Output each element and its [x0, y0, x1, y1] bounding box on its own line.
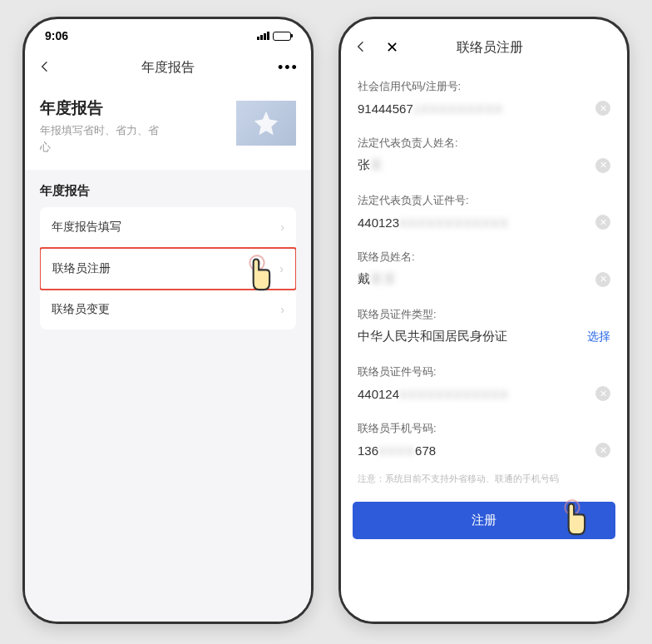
chevron-right-icon: ›: [280, 220, 284, 234]
field-credit-code: 社会信用代码/注册号: 914445671XXXXXXXXX ✕: [341, 69, 627, 126]
row-report-fill[interactable]: 年度报告填写 ›: [40, 207, 296, 248]
battery-icon: [273, 32, 291, 41]
clear-icon[interactable]: ✕: [595, 272, 610, 287]
field-label: 法定代表负责人姓名:: [358, 136, 610, 151]
button-label: 注册: [472, 513, 496, 527]
svg-point-2: [565, 500, 579, 514]
clear-icon[interactable]: ✕: [595, 215, 610, 230]
field-value[interactable]: 中华人民共和国居民身份证 选择: [358, 329, 610, 344]
chevron-right-icon: ›: [280, 303, 284, 316]
row-label: 年度报告填写: [52, 220, 121, 235]
select-link[interactable]: 选择: [587, 329, 610, 344]
svg-point-1: [254, 259, 261, 266]
svg-point-3: [569, 503, 576, 511]
hero-image: [236, 101, 296, 146]
nav-bar: 年度报告 •••: [25, 49, 311, 86]
field-value[interactable]: 440124XXXXXXXXXXXX ✕: [358, 386, 610, 401]
clear-icon[interactable]: ✕: [595, 386, 610, 401]
star-icon: [252, 109, 280, 137]
register-button[interactable]: 注册: [353, 502, 615, 539]
form-note: 注意：系统目前不支持外省移动、联通的手机号码: [341, 468, 627, 495]
row-contact-register[interactable]: 联络员注册 ›: [40, 247, 296, 290]
row-label: 联络员注册: [52, 261, 111, 276]
row-contact-change[interactable]: 联络员变更 ›: [40, 290, 296, 329]
svg-point-0: [249, 255, 264, 270]
field-legal-name: 法定代表负责人姓名: 张某 ✕: [341, 126, 627, 183]
field-label: 联络员证件类型:: [358, 307, 610, 322]
section-annual-report: 年度报告 年度报告填写 › 联络员注册 › 联络员变更 ›: [25, 170, 311, 336]
menu-card: 年度报告填写 › 联络员注册 › 联络员变更 ›: [40, 207, 296, 329]
chevron-right-icon: ›: [279, 262, 284, 275]
field-label: 联络员手机号码:: [358, 421, 610, 436]
hero-banner: 年度报告 年报填写省时、省力、省心: [25, 86, 311, 170]
field-value[interactable]: 914445671XXXXXXXXX ✕: [358, 101, 610, 116]
more-icon[interactable]: •••: [278, 59, 298, 77]
field-legal-id: 法定代表负责人证件号: 440123XXXXXXXXXXXX ✕: [341, 183, 627, 240]
clear-icon[interactable]: ✕: [595, 158, 610, 173]
field-label: 联络员姓名:: [358, 250, 610, 265]
field-value[interactable]: 440123XXXXXXXXXXXX ✕: [358, 215, 610, 230]
clear-icon[interactable]: ✕: [595, 101, 610, 116]
field-label: 联络员证件号码:: [358, 364, 610, 379]
close-icon[interactable]: ✕: [386, 38, 398, 57]
field-contact-phone: 联络员手机号码: 136XXXX678 ✕: [341, 411, 627, 468]
field-contact-id: 联络员证件号码: 440124XXXXXXXXXXXX ✕: [341, 354, 627, 411]
status-time: 9:06: [45, 29, 68, 42]
page-title: 年度报告: [141, 59, 195, 77]
page-title: 联络员注册: [457, 39, 523, 57]
field-id-type: 联络员证件类型: 中华人民共和国居民身份证 选择: [341, 297, 627, 354]
status-icons: [257, 32, 291, 41]
field-label: 社会信用代码/注册号:: [358, 79, 610, 94]
clear-icon[interactable]: ✕: [595, 443, 610, 458]
nav-bar: ✕ 联络员注册: [341, 29, 627, 66]
field-value[interactable]: 张某 ✕: [358, 157, 610, 173]
body-area: 年度报告 年报填写省时、省力、省心 年度报告 年度报告填写 › 联络员注册 ›: [25, 86, 311, 622]
back-icon[interactable]: [354, 38, 374, 57]
field-contact-name: 联络员姓名: 戴某某 ✕: [341, 240, 627, 297]
field-label: 法定代表负责人证件号:: [358, 193, 610, 208]
row-label: 联络员变更: [52, 302, 110, 317]
registration-form: 社会信用代码/注册号: 914445671XXXXXXXXX ✕ 法定代表负责人…: [341, 66, 627, 622]
hero-subtitle: 年报填写省时、省力、省心: [40, 122, 165, 155]
status-bar: 9:06: [25, 19, 311, 49]
phone-left: 9:06 年度报告 ••• 年度报告 年报填写省时、省力、省心 年度报告 年度报…: [22, 17, 314, 624]
phone-right: ✕ 联络员注册 社会信用代码/注册号: 914445671XXXXXXXXX ✕…: [338, 17, 630, 624]
section-title: 年度报告: [40, 183, 296, 199]
field-value[interactable]: 戴某某 ✕: [358, 271, 610, 287]
signal-icon: [257, 32, 269, 40]
tap-indicator-icon: [554, 498, 590, 543]
back-icon[interactable]: [38, 58, 58, 77]
field-value[interactable]: 136XXXX678 ✕: [358, 443, 610, 458]
